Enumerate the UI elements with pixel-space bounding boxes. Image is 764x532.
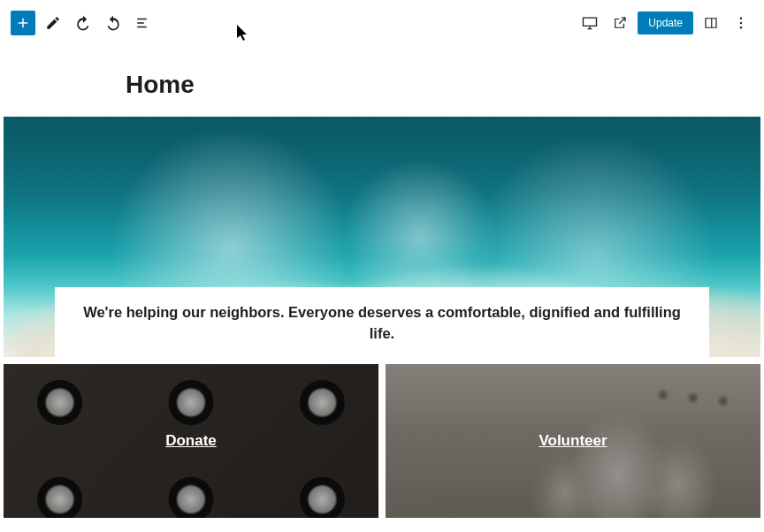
pencil-icon xyxy=(45,15,61,31)
more-options-button[interactable] xyxy=(729,11,753,35)
svg-point-1 xyxy=(740,22,742,24)
svg-point-0 xyxy=(740,18,742,19)
hero-cover-block[interactable]: We're helping our neighbors. Everyone de… xyxy=(4,117,760,357)
sidebar-icon xyxy=(703,15,719,31)
editor-toolbar: Update xyxy=(0,0,764,46)
plus-icon xyxy=(15,15,31,31)
volunteer-card[interactable]: Volunteer xyxy=(386,364,760,518)
desktop-icon xyxy=(581,14,599,32)
redo-button[interactable] xyxy=(101,11,126,35)
svg-point-2 xyxy=(740,27,742,28)
volunteer-link[interactable]: Volunteer xyxy=(539,432,607,450)
more-vertical-icon xyxy=(733,15,749,31)
toolbar-right-group: Update xyxy=(577,11,753,35)
card-columns: Donate Volunteer xyxy=(4,364,760,518)
editor-canvas: Home We're helping our neighbors. Everyo… xyxy=(0,71,764,532)
hero-text[interactable]: We're helping our neighbors. Everyone de… xyxy=(55,287,709,358)
undo-button[interactable] xyxy=(71,11,96,35)
toolbar-left-group xyxy=(11,11,156,35)
list-view-icon xyxy=(135,15,151,31)
redo-icon xyxy=(104,14,122,32)
undo-icon xyxy=(74,14,92,32)
preview-button[interactable] xyxy=(607,11,632,35)
view-desktop-button[interactable] xyxy=(577,11,602,35)
update-button[interactable]: Update xyxy=(638,11,693,34)
external-link-icon xyxy=(612,15,628,31)
sidebar-toggle-button[interactable] xyxy=(699,11,723,35)
donate-link[interactable]: Donate xyxy=(165,432,217,450)
donate-card[interactable]: Donate xyxy=(4,364,378,518)
edit-mode-button[interactable] xyxy=(41,11,65,35)
document-overview-button[interactable] xyxy=(131,11,156,35)
add-block-button[interactable] xyxy=(11,11,35,35)
page-title[interactable]: Home xyxy=(126,71,764,99)
